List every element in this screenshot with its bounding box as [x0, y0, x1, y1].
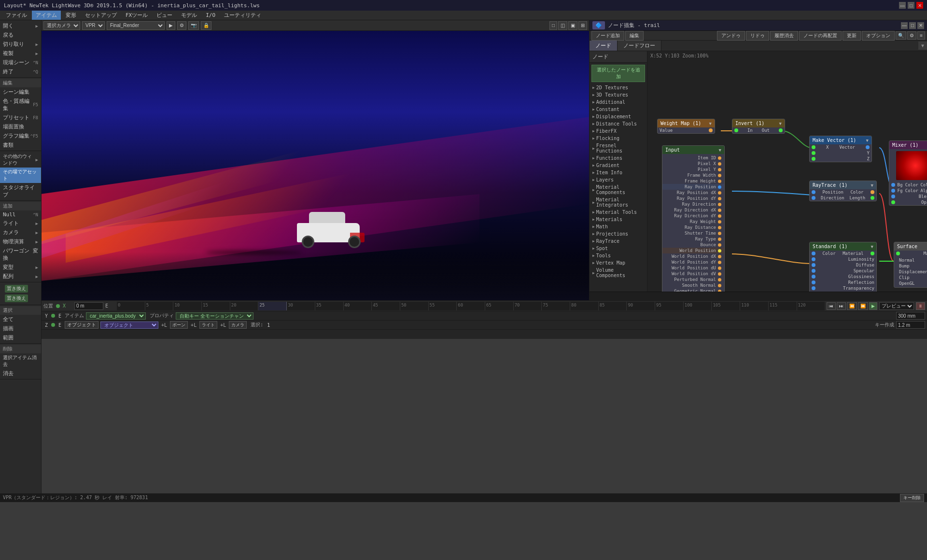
sidebar-docs[interactable]: 書類 — [0, 140, 41, 150]
sidebar-preset[interactable]: プリセットF8 — [0, 113, 41, 122]
camera-btn[interactable]: カメラ — [229, 321, 247, 329]
sidebar-switch2[interactable]: 置き換え — [2, 294, 39, 303]
maximize-button[interactable]: □ — [908, 2, 914, 9]
nl-layers[interactable]: ▶Layers — [590, 176, 647, 183]
sidebar-delete[interactable]: 消去 — [0, 369, 41, 378]
nl-spot[interactable]: ▶Spot — [590, 245, 647, 252]
ne-reorder-btn[interactable]: ノードの再配置 — [799, 31, 842, 41]
nl-item-info[interactable]: ▶Item Info — [590, 169, 647, 176]
nl-math[interactable]: ▶Math — [590, 223, 647, 230]
ne-search-btn[interactable]: 🔍 — [896, 31, 906, 40]
nl-material-tools[interactable]: ▶Material Tools — [590, 209, 647, 216]
ne-minimize[interactable]: — — [901, 22, 908, 29]
object-btn[interactable]: オブジェクト — [65, 321, 98, 329]
item-select[interactable]: car_inertia_plus.body — [86, 312, 146, 320]
rt-color-out[interactable] — [871, 190, 874, 194]
nl-functions[interactable]: ▶Functions — [590, 154, 647, 162]
sidebar-scene-edit[interactable]: シーン編集 — [0, 87, 41, 97]
ne-redo-btn[interactable]: リドゥ — [746, 31, 769, 41]
surface-header[interactable]: Surface ▼ — [894, 242, 927, 251]
sidebar-other-windows[interactable]: その他のウィンドウ▶ — [0, 152, 41, 168]
sidebar-delete-selected[interactable]: 選択アイテム消去 — [0, 353, 41, 369]
ne-maximize[interactable]: □ — [909, 22, 916, 29]
standard-header[interactable]: Standard (1) ▼ — [810, 242, 876, 251]
node-invert[interactable]: Invert (1) ▼ In Out — [732, 119, 785, 134]
nl-flocking[interactable]: ▶Flocking — [590, 135, 647, 142]
menu-item-fxtool[interactable]: FXツール — [122, 11, 152, 20]
nl-vertex-map[interactable]: ▶Vertex Map — [590, 259, 647, 266]
btn-pause[interactable]: ⏸ — [916, 302, 925, 310]
nl-fiberfx[interactable]: ▶FiberFX — [590, 127, 647, 135]
invert-in-dot[interactable] — [734, 128, 738, 132]
tab-node-flow[interactable]: ノードフロー — [618, 41, 661, 51]
object-dropdown[interactable]: オブジェクト — [100, 322, 158, 329]
nl-volume-components[interactable]: ▶Volume Components — [590, 266, 647, 279]
sidebar-quit[interactable]: 終了^Q — [0, 67, 41, 76]
sidebar-material-edit[interactable]: 色・質感編集F5 — [0, 97, 41, 113]
key-delete-btn[interactable]: キー削除 — [900, 494, 924, 502]
ne-history-clear-btn[interactable]: 履歴消去 — [770, 31, 798, 41]
nl-2dtextures[interactable]: ▶2D Textures — [590, 84, 647, 91]
preview-select[interactable]: プレビュー — [879, 302, 914, 310]
nl-material-components[interactable]: ▶Material Components — [590, 183, 647, 196]
camera-select[interactable]: 選択カメラ — [43, 21, 80, 30]
menu-item-setup[interactable]: セットアップ — [81, 11, 121, 20]
weight-map-expand[interactable]: ▼ — [709, 121, 712, 126]
input-expand[interactable]: ▼ — [719, 148, 721, 153]
minimize-button[interactable]: — — [899, 2, 906, 9]
main-viewport-canvas[interactable] — [42, 31, 589, 300]
sidebar-draw[interactable]: 描画 — [0, 324, 41, 333]
sidebar-cut[interactable]: 切り取り▶ — [0, 40, 41, 49]
bone-btn[interactable]: ボーン — [170, 321, 188, 329]
sidebar-all[interactable]: 全て — [0, 315, 41, 324]
mixer-blending-in[interactable] — [891, 195, 895, 198]
std-color-in[interactable] — [812, 252, 815, 255]
vp-camera-button[interactable]: 📷 — [188, 21, 199, 30]
nl-constant[interactable]: ▶Constant — [590, 106, 647, 113]
nl-gradient[interactable]: ▶Gradient — [590, 162, 647, 169]
vp-icon-4[interactable]: ⊞ — [578, 21, 587, 30]
menu-item-model[interactable]: モデル — [177, 11, 201, 20]
menu-item-item[interactable]: アイテム — [32, 11, 61, 20]
ne-update-btn[interactable]: 更新 — [843, 31, 861, 41]
rt-length-out[interactable] — [871, 196, 874, 200]
vp-icon-3[interactable]: ▣ — [568, 21, 577, 30]
mv-y-in[interactable] — [812, 151, 815, 155]
tab-collapse-btn[interactable]: ▼ — [918, 42, 927, 50]
mv-x-in[interactable] — [812, 145, 815, 149]
nl-fresnel[interactable]: ▶Fresnel Functions — [590, 142, 647, 154]
ne-close[interactable]: ✕ — [917, 22, 924, 29]
ne-search-btn2[interactable]: ⚙ — [907, 31, 916, 40]
btn-next-frame[interactable]: ⏩ — [858, 302, 868, 310]
sidebar-studio-live[interactable]: スタジオライブ — [0, 183, 41, 199]
node-canvas[interactable]: X:52 Y:103 Zoom:100% — [647, 51, 927, 292]
vp-icon-2[interactable]: ◫ — [558, 21, 567, 30]
raytrace-header[interactable]: RayTrace (1) ▼ — [810, 181, 876, 189]
timeline-ruler[interactable]: 0 5 10 15 20 25 30 35 40 45 50 55 60 65 — [117, 302, 825, 310]
nl-materials[interactable]: ▶Materials — [590, 216, 647, 223]
mv-vector-out[interactable] — [866, 145, 870, 149]
vp-icon-1[interactable]: □ — [549, 21, 557, 30]
render-mode-select[interactable]: VPR — [82, 21, 105, 30]
invert-expand[interactable]: ▼ — [779, 121, 782, 126]
node-weight-map[interactable]: Weight Map (1) ▼ Value — [657, 119, 715, 134]
sidebar-camera[interactable]: カメラ▶ — [0, 228, 41, 237]
node-mixer[interactable]: Mixer (1) ▼ Bg Color Color — [889, 140, 927, 206]
ne-expand-btn[interactable]: ≡ — [917, 31, 925, 40]
nl-displacement[interactable]: ▶Displacement — [590, 113, 647, 120]
input-node-header[interactable]: Input ▼ — [662, 146, 724, 154]
close-button[interactable]: ✕ — [916, 2, 923, 9]
std-material-out[interactable] — [871, 252, 874, 255]
z-value-input[interactable] — [896, 321, 925, 329]
mixer-opacity-in[interactable] — [891, 200, 895, 204]
standard-expand[interactable]: ▼ — [871, 244, 873, 249]
sidebar-powergon[interactable]: パワーゴン 変換 — [0, 246, 41, 263]
node-surface[interactable]: Surface ▼ Material Normal Bump Displacem… — [894, 242, 927, 288]
vp-settings-button[interactable]: ⚙ — [177, 21, 186, 30]
sidebar-transform[interactable]: 変型▶ — [0, 263, 41, 272]
nl-raytrace[interactable]: ▶RayTrace — [590, 238, 647, 245]
weight-map-value-dot[interactable] — [709, 128, 713, 132]
menu-item-io[interactable]: I/O — [202, 11, 219, 19]
raytrace-expand[interactable]: ▼ — [871, 183, 873, 188]
sidebar-range[interactable]: 範囲 — [0, 333, 41, 342]
